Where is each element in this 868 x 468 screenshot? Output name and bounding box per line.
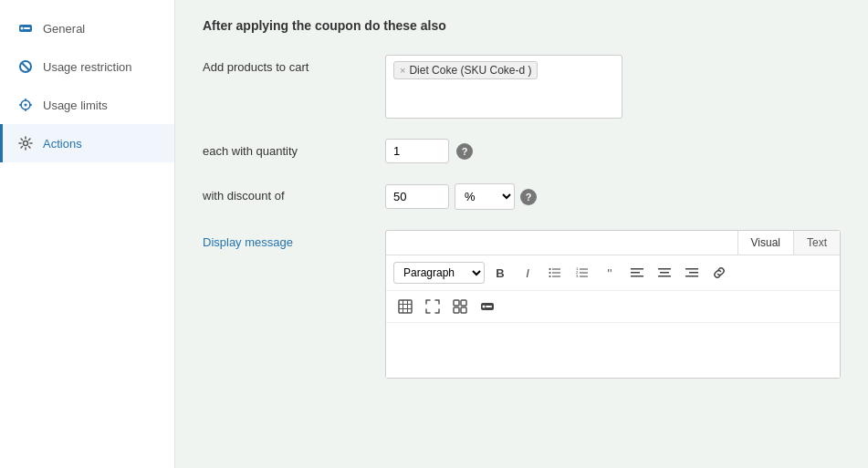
discount-help-icon[interactable]: ? bbox=[520, 189, 537, 205]
svg-rect-33 bbox=[399, 300, 412, 313]
display-message-label: Display message bbox=[203, 230, 367, 249]
svg-line-4 bbox=[22, 63, 30, 71]
blockquote-button[interactable]: " bbox=[598, 261, 622, 285]
tab-text[interactable]: Text bbox=[793, 231, 840, 255]
svg-rect-15 bbox=[552, 273, 560, 274]
table-button[interactable] bbox=[393, 295, 417, 318]
bullet-list-button[interactable] bbox=[543, 261, 567, 285]
svg-point-43 bbox=[483, 306, 486, 308]
discount-input[interactable] bbox=[385, 184, 449, 209]
discount-label: with discount of bbox=[203, 183, 367, 203]
editor-body[interactable] bbox=[386, 323, 840, 378]
product-tag: × Diet Coke (SKU Coke-d ) bbox=[393, 61, 538, 79]
sidebar-item-label-usage-restriction: Usage restriction bbox=[43, 60, 132, 74]
svg-rect-31 bbox=[689, 272, 698, 274]
discount-row: with discount of % $ Fixed ? bbox=[203, 183, 841, 210]
svg-point-11 bbox=[24, 141, 28, 146]
align-center-button[interactable] bbox=[653, 261, 676, 285]
fullscreen-button[interactable] bbox=[421, 295, 444, 318]
svg-rect-26 bbox=[631, 276, 643, 277]
editor-container: Visual Text Paragraph Heading 1 Heading … bbox=[385, 230, 841, 379]
svg-rect-29 bbox=[658, 276, 671, 277]
svg-rect-39 bbox=[461, 300, 466, 306]
sidebar-item-label-actions: Actions bbox=[43, 137, 82, 151]
svg-rect-40 bbox=[454, 307, 459, 313]
sidebar-item-usage-limits[interactable]: Usage limits bbox=[0, 86, 174, 124]
svg-rect-27 bbox=[658, 268, 671, 270]
ticket-icon bbox=[17, 20, 34, 36]
quantity-input[interactable] bbox=[385, 139, 449, 163]
svg-rect-30 bbox=[685, 268, 698, 270]
svg-rect-19 bbox=[580, 269, 588, 270]
svg-rect-24 bbox=[631, 268, 643, 270]
editor-toolbar-row2 bbox=[386, 291, 840, 323]
display-message-editor: Visual Text Paragraph Heading 1 Heading … bbox=[385, 230, 841, 379]
svg-point-16 bbox=[549, 276, 551, 277]
discount-control: % $ Fixed ? bbox=[385, 183, 841, 210]
link-button[interactable] bbox=[707, 261, 731, 285]
svg-rect-25 bbox=[631, 272, 640, 274]
svg-rect-41 bbox=[461, 307, 466, 313]
app-container: General Usage restriction bbox=[0, 0, 868, 468]
paragraph-select[interactable]: Paragraph Heading 1 Heading 2 Heading 3 bbox=[393, 262, 485, 284]
svg-rect-23 bbox=[580, 276, 588, 277]
editor-tabs: Visual Text bbox=[386, 231, 840, 255]
svg-rect-28 bbox=[660, 272, 669, 274]
gear-icon bbox=[17, 135, 34, 151]
ban-icon bbox=[17, 58, 34, 75]
product-tag-input[interactable]: × Diet Coke (SKU Coke-d ) bbox=[385, 55, 622, 119]
display-message-row: Display message Visual Text Paragraph He… bbox=[203, 230, 841, 379]
svg-rect-32 bbox=[685, 276, 698, 277]
svg-point-1 bbox=[21, 27, 24, 30]
coupon-icon-button[interactable] bbox=[476, 295, 499, 318]
quantity-control: ? bbox=[385, 139, 841, 163]
main-content: After applying the coupon do these also … bbox=[175, 0, 868, 468]
bold-button[interactable]: B bbox=[488, 261, 512, 285]
quantity-input-row: ? bbox=[385, 139, 841, 163]
svg-point-14 bbox=[549, 272, 551, 274]
svg-point-12 bbox=[549, 268, 551, 270]
section-title: After applying the coupon do these also bbox=[203, 18, 841, 33]
add-products-control: × Diet Coke (SKU Coke-d ) bbox=[385, 55, 841, 119]
tab-visual[interactable]: Visual bbox=[737, 231, 793, 255]
sidebar: General Usage restriction bbox=[0, 0, 175, 468]
sidebar-item-actions[interactable]: Actions bbox=[0, 124, 174, 162]
grid-button[interactable] bbox=[448, 295, 472, 318]
numbered-list-button[interactable]: 1. 2. 3. bbox=[570, 261, 594, 285]
svg-rect-38 bbox=[454, 300, 459, 306]
sidebar-item-label-general: General bbox=[43, 22, 85, 36]
align-right-button[interactable] bbox=[680, 261, 704, 285]
sidebar-item-usage-restriction[interactable]: Usage restriction bbox=[0, 47, 174, 86]
svg-rect-21 bbox=[580, 273, 588, 274]
product-tag-label: Diet Coke (SKU Coke-d ) bbox=[409, 64, 531, 77]
tag-remove-icon[interactable]: × bbox=[400, 65, 405, 76]
discount-type-select[interactable]: % $ Fixed bbox=[455, 183, 515, 210]
add-products-row: Add products to cart × Diet Coke (SKU Co… bbox=[203, 55, 841, 119]
svg-rect-17 bbox=[552, 276, 560, 277]
svg-text:3.: 3. bbox=[576, 274, 579, 278]
discount-input-row: % $ Fixed ? bbox=[385, 183, 841, 210]
sidebar-item-label-usage-limits: Usage limits bbox=[43, 99, 108, 112]
quantity-help-icon[interactable]: ? bbox=[456, 143, 473, 160]
sidebar-item-general[interactable]: General bbox=[0, 9, 174, 47]
svg-rect-44 bbox=[486, 306, 492, 307]
svg-rect-2 bbox=[24, 27, 30, 29]
svg-point-10 bbox=[25, 104, 27, 107]
svg-rect-13 bbox=[552, 269, 560, 270]
editor-toolbar-row1: Paragraph Heading 1 Heading 2 Heading 3 … bbox=[386, 255, 840, 291]
add-products-label: Add products to cart bbox=[203, 55, 367, 74]
align-left-button[interactable] bbox=[625, 261, 649, 285]
crosshair-icon bbox=[17, 97, 34, 113]
quantity-label: each with quantity bbox=[203, 139, 367, 158]
italic-button[interactable]: I bbox=[516, 261, 539, 285]
quantity-row: each with quantity ? bbox=[203, 139, 841, 163]
